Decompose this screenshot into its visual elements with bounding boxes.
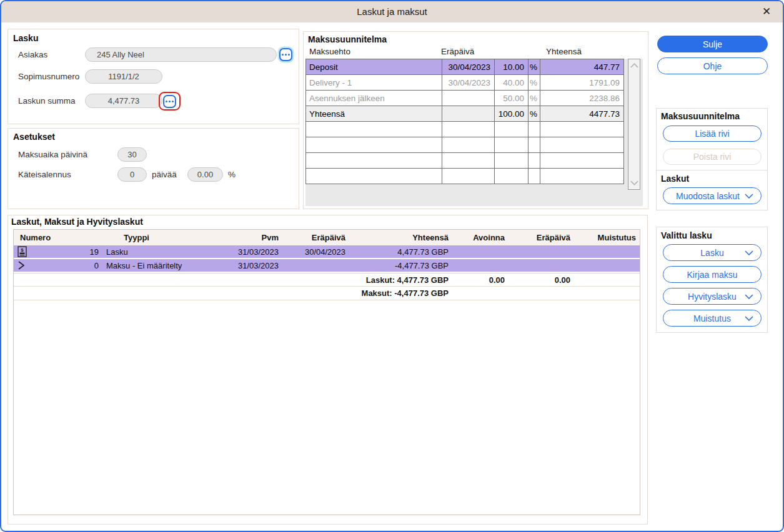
plan-cell-yhteensa: 447.77: [540, 59, 624, 75]
dot-icon: [166, 101, 167, 102]
maksusuunnitelma-actions-group: Maksusuunnitelma Lisää rivi Poista rivi: [656, 108, 768, 170]
laskut-actions-group: Laskut Muodosta laskut: [656, 170, 768, 210]
plan-row-empty[interactable]: [306, 137, 624, 153]
plan-cell-pct: 50.00: [495, 91, 528, 106]
sopimusnumero-field[interactable]: 1191/1/2: [85, 69, 162, 84]
scroll-down-icon[interactable]: [630, 180, 638, 186]
header-erapaiva-2: Eräpäivä: [509, 233, 574, 242]
asetukset-panel: Asetukset Maksuaika päivinä 30 Käteisale…: [7, 128, 299, 209]
kirjaa-maksu-button[interactable]: Kirjaa maksu: [663, 266, 762, 283]
plan-row-empty[interactable]: [306, 169, 624, 184]
invoice-row[interactable]: $ 19 Lasku 31/03/2023 30/04/2023 4,477.7…: [14, 245, 640, 259]
paivaa-label: päivää: [152, 170, 177, 179]
plan-cell-pct: 100.00: [495, 106, 528, 122]
maksusuunnitelma-group-title: Maksusuunnitelma: [661, 111, 740, 121]
plan-row-selected[interactable]: Deposit 30/04/2023 10.00 % 447.77: [306, 59, 624, 75]
summary-laskut-erapaiva: 0.00: [509, 275, 574, 285]
chevron-down-icon: [745, 250, 753, 255]
dot-icon: [169, 101, 171, 102]
sopimusnumero-label: Sopimusnumero: [18, 72, 79, 81]
muodosta-laskut-button[interactable]: Muodosta laskut: [663, 187, 762, 204]
header-pvm: Pvm: [226, 233, 282, 242]
muistutus-dropdown-label: Muistutus: [693, 313, 731, 323]
asiakas-field[interactable]: 245 Ally Neel: [85, 47, 277, 62]
payment-yhteensa: -4,477.73 GBP: [349, 261, 452, 270]
sulje-button[interactable]: Sulje: [657, 36, 768, 52]
ohje-button[interactable]: Ohje: [657, 57, 768, 74]
poista-rivi-button[interactable]: Poista rivi: [663, 149, 762, 165]
payment-numero: 0: [94, 261, 99, 270]
plan-row[interactable]: Delivery - 1 30/04/2023 40.00 % 1791.09: [306, 75, 624, 91]
laskut-maksut-title: Laskut, Maksut ja Hyvityslaskut: [11, 217, 143, 227]
laskut-maksut-panel: Laskut, Maksut ja Hyvityslaskut Numero T…: [7, 215, 648, 525]
header-tyyppi: Tyyppi: [102, 233, 226, 242]
laskun-summa-lookup-button[interactable]: [163, 95, 176, 108]
plan-row[interactable]: Asennuksen jälkeen 50.00 % 2238.86: [306, 91, 624, 106]
dot-icon: [285, 54, 287, 56]
payment-row[interactable]: 0 Maksu - Ei määritelty 31/03/2023 -4,47…: [14, 259, 640, 273]
plan-row-total: Yhteensä 100.00 % 4477.73: [306, 106, 624, 122]
plan-cell-pct-unit: %: [528, 75, 540, 91]
lasku-dropdown-button[interactable]: Lasku: [663, 244, 762, 261]
laskun-summa-field[interactable]: 4,477.73: [85, 94, 162, 108]
maksusuunnitelma-panel-title: Maksusuunnitelma: [308, 34, 387, 44]
plan-cell-pct: 10.00: [495, 59, 528, 75]
valittu-lasku-group-title: Valittu lasku: [661, 230, 712, 240]
maksuaika-field[interactable]: 30: [117, 147, 147, 162]
laskun-summa-label: Laskun summa: [18, 96, 76, 106]
plan-cell-maksuehto: Asennuksen jälkeen: [306, 91, 442, 106]
header-numero: Numero: [14, 233, 102, 242]
plan-cell-erapaiva: 30/04/2023: [442, 59, 495, 75]
dot-icon: [282, 54, 284, 56]
summary-laskut-total: Laskut: 4,477.73 GBP: [349, 275, 452, 285]
chevron-down-icon: [745, 316, 753, 321]
valittu-lasku-group: Valittu lasku Lasku Kirjaa maksu Hyvitys…: [656, 227, 768, 333]
lasku-panel: Lasku Asiakas 245 Ally Neel Sopimusnumer…: [7, 29, 299, 124]
asetukset-panel-title: Asetukset: [13, 132, 55, 142]
lisaa-rivi-button[interactable]: Lisää rivi: [663, 126, 762, 142]
plan-cell-pct: 40.00: [495, 75, 528, 91]
plan-cell-maksuehto: Deposit: [306, 59, 442, 75]
plan-cell-maksuehto: Delivery - 1: [306, 75, 442, 91]
plan-col-maksuehto: Maksuehto: [309, 47, 350, 56]
plan-cell-erapaiva: [442, 106, 495, 122]
expand-chevron-icon[interactable]: [17, 260, 25, 270]
maksuaika-label: Maksuaika päivinä: [18, 150, 87, 159]
plan-cell-yhteensa: 1791.09: [540, 75, 624, 91]
muistutus-dropdown-button[interactable]: Muistutus: [663, 310, 762, 327]
close-icon[interactable]: ✕: [760, 5, 773, 19]
kateisalennus-pct-field[interactable]: 0.00: [187, 167, 223, 182]
dot-icon: [288, 54, 290, 56]
header-erapaiva: Eräpäivä: [282, 233, 349, 242]
dialog-laskut-ja-maksut: Laskut ja maksut ✕ Lasku Asiakas 245 All…: [0, 0, 784, 532]
plan-row-empty[interactable]: [306, 122, 624, 137]
hyvityslasku-dropdown-button[interactable]: Hyvityslasku: [663, 288, 762, 305]
percent-label: %: [228, 170, 236, 179]
plan-cell-yhteensa: 2238.86: [540, 91, 624, 106]
plan-cell-maksuehto: Yhteensä: [306, 106, 442, 122]
dialog-title: Laskut ja maksut: [1, 1, 783, 22]
header-yhteensa: Yhteensä: [349, 233, 452, 242]
scroll-up-icon[interactable]: [630, 62, 638, 69]
muodosta-laskut-label: Muodosta laskut: [676, 191, 740, 201]
plan-cell-yhteensa: 4477.73: [540, 106, 624, 122]
payment-plan-table: Deposit 30/04/2023 10.00 % 447.77 Delive…: [305, 59, 624, 184]
plan-row-empty[interactable]: [306, 153, 624, 169]
header-muistutus: Muistutus: [574, 233, 640, 242]
titlebar: Laskut ja maksut ✕: [1, 1, 783, 22]
payment-tyyppi: Maksu - Ei määritelty: [102, 261, 226, 270]
asiakas-label: Asiakas: [18, 50, 47, 59]
lasku-panel-title: Lasku: [13, 33, 38, 43]
invoice-numero: 19: [90, 247, 99, 257]
invoices-table: Numero Tyyppi Pvm Eräpäivä Yhteensä Avoi…: [13, 229, 640, 515]
svg-text:$: $: [21, 247, 24, 253]
kateisalennus-days-field[interactable]: 0: [117, 167, 147, 182]
asiakas-lookup-button[interactable]: [279, 48, 292, 61]
invoices-table-header: Numero Tyyppi Pvm Eräpäivä Yhteensä Avoi…: [14, 230, 640, 245]
chevron-down-icon: [745, 194, 753, 199]
summary-row-laskut: Laskut: 4,477.73 GBP 0.00 0.00: [14, 273, 640, 287]
summary-maksut-total: Maksut: -4,477.73 GBP: [349, 288, 452, 298]
chevron-down-icon: [745, 294, 753, 299]
plan-scrollbar[interactable]: [628, 59, 640, 190]
plan-cell-erapaiva: 30/04/2023: [442, 75, 495, 91]
